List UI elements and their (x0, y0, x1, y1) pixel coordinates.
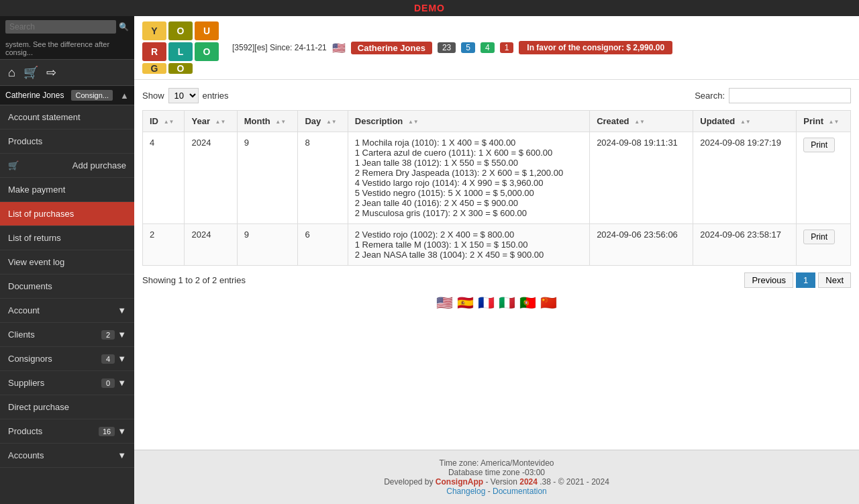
cell-description: 1 Mochila roja (1010): 1 X 400 = $ 400.0… (348, 132, 589, 224)
sort-year-icon: ▲▼ (215, 119, 226, 125)
next-button[interactable]: Next (818, 272, 851, 288)
consignor-msg: In favor of the consignor: $ 2,990.00 (519, 41, 672, 54)
sidebar-item-accounts[interactable]: Accounts ▼ (0, 444, 134, 468)
top-bar: DEMO (0, 0, 859, 16)
showing-text: Showing 1 to 2 of 2 entries (142, 275, 246, 285)
sidebar-item-consignors[interactable]: Consignors 4 ▼ (0, 347, 134, 371)
home-icon[interactable]: ⌂ (8, 66, 15, 80)
sidebar-item-clients[interactable]: Clients 2 ▼ (0, 323, 134, 347)
sidebar-item-make-payment[interactable]: Make payment (0, 178, 134, 202)
sidebar-icons: ⌂ 🛒 ⇨ (0, 60, 134, 86)
cell-day: 8 (298, 132, 348, 224)
col-day[interactable]: Day ▲▼ (298, 111, 348, 132)
badge-1: 1 (500, 42, 514, 53)
search-input[interactable] (5, 20, 116, 34)
sidebar-item-account[interactable]: Account ▼ (0, 299, 134, 323)
logo-cell-o3: O (168, 63, 193, 74)
suppliers-expand-icon: ▼ (117, 378, 126, 388)
sort-created-icon: ▲▼ (634, 119, 645, 125)
sidebar-item-list-purchases[interactable]: List of purchases (0, 202, 134, 226)
share-icon[interactable]: ⇨ (46, 65, 56, 80)
footer-developed: Developed by ConsignApp - Version 2024 .… (142, 477, 851, 487)
col-created[interactable]: Created ▲▼ (590, 111, 693, 132)
cell-month: 9 (237, 132, 298, 224)
table-search-input[interactable] (729, 88, 851, 103)
demo-title: DEMO (414, 3, 445, 13)
current-page: 1 (796, 272, 815, 288)
print-button[interactable]: Print (803, 230, 835, 244)
consignors-badge: 4 (101, 354, 115, 364)
flag-fr[interactable]: 🇫🇷 (478, 295, 495, 311)
prev-button[interactable]: Previous (744, 272, 793, 288)
entries-select[interactable]: 10 25 50 (168, 88, 199, 103)
sidebar-alert: system. See the difference after consig.… (0, 38, 134, 60)
logo-cell-o1: O (168, 21, 193, 40)
table-controls: Show 10 25 50 entries Search: (142, 88, 851, 103)
col-month[interactable]: Month ▲▼ (237, 111, 298, 132)
col-updated[interactable]: Updated ▲▼ (693, 111, 797, 132)
sidebar: 🔍 system. See the difference after consi… (0, 16, 134, 504)
table-row: 4 2024 9 8 1 Mochila roja (1010): 1 X 40… (143, 132, 851, 224)
logo-cell-r: R (142, 42, 166, 61)
pagination: Previous 1 Next (744, 272, 851, 288)
sidebar-item-list-returns[interactable]: List of returns (0, 226, 134, 250)
suppliers-badge: 0 (101, 379, 115, 388)
print-button[interactable]: Print (803, 138, 835, 152)
clients-expand-icon: ▼ (117, 330, 126, 340)
cell-updated: 2024-09-08 19:27:19 (693, 132, 797, 224)
logo-cell-l: L (168, 42, 193, 61)
entries-control: Show 10 25 50 entries (142, 88, 229, 103)
logo-cell-u: U (195, 21, 219, 40)
sidebar-item-account-statement[interactable]: Account statement (0, 105, 134, 130)
sidebar-item-view-event-log[interactable]: View event log (0, 250, 134, 274)
flag-pt[interactable]: 🇵🇹 (519, 295, 536, 311)
content-area: Show 10 25 50 entries Search: (134, 80, 859, 450)
sidebar-item-products2[interactable]: Products 16 ▼ (0, 419, 134, 444)
sort-id-icon: ▲▼ (164, 119, 174, 125)
footer-db-timezone: Database time zone -03:00 (142, 468, 851, 477)
badge-23: 23 (438, 42, 456, 53)
sort-desc-icon: ▲▼ (408, 119, 419, 125)
sidebar-item-direct-purchase[interactable]: Direct purchase (0, 395, 134, 419)
documentation-link[interactable]: Documentation (493, 487, 547, 496)
cell-print: Print (797, 224, 851, 266)
table-footer: Showing 1 to 2 of 2 entries Previous 1 N… (142, 272, 851, 288)
cell-print: Print (797, 132, 851, 224)
header-bar: Y O U R L O G O [3592][es] Since: 24-11-… (134, 16, 859, 80)
sidebar-item-suppliers[interactable]: Suppliers 0 ▼ (0, 371, 134, 395)
col-print[interactable]: Print ▲▼ (797, 111, 851, 132)
flag-es[interactable]: 🇪🇸 (457, 295, 474, 311)
search-label: Search: (695, 91, 725, 101)
cart-icon[interactable]: 🛒 (23, 65, 38, 80)
changelog-link[interactable]: Changelog (446, 487, 485, 496)
flag-cn[interactable]: 🇨🇳 (540, 295, 557, 311)
products2-expand-icon: ▼ (117, 426, 126, 436)
cell-created: 2024-09-08 19:11:31 (590, 132, 693, 224)
cell-year: 2024 (185, 224, 237, 266)
sidebar-item-products[interactable]: Products (0, 130, 134, 154)
consign-badge: Consign... (71, 90, 113, 101)
sort-day-icon: ▲▼ (326, 119, 337, 125)
badge-5: 5 (461, 42, 475, 53)
flag-it[interactable]: 🇮🇹 (499, 295, 515, 311)
cell-description: 2 Vestido rojo (1002): 2 X 400 = $ 800.0… (348, 224, 589, 266)
logo-cell-o2: O (195, 42, 219, 61)
page-footer: Time zone: America/Montevideo Database t… (134, 450, 859, 504)
sidebar-item-documents[interactable]: Documents (0, 274, 134, 299)
sidebar-item-add-purchase[interactable]: 🛒 Add purchase (0, 154, 134, 178)
cell-day: 6 (298, 224, 348, 266)
col-id[interactable]: ID ▲▼ (143, 111, 185, 132)
expand-icon: ▼ (117, 305, 126, 315)
footer-appname: ConsignApp (436, 477, 483, 487)
flag-us[interactable]: 🇺🇸 (436, 295, 453, 311)
flags-row: 🇺🇸 🇪🇸 🇫🇷 🇮🇹 🇵🇹 🇨🇳 (142, 295, 851, 311)
cell-created: 2024-09-06 23:56:06 (590, 224, 693, 266)
us-flag-icon: 🇺🇸 (332, 42, 346, 54)
user-header: Catherine Jones Consign... ▲ (0, 86, 134, 105)
sort-updated-icon: ▲▼ (740, 119, 751, 125)
logo: Y O U R L O G O (142, 21, 219, 74)
logo-cell-y: Y (142, 21, 166, 40)
col-year[interactable]: Year ▲▼ (185, 111, 237, 132)
col-description[interactable]: Description ▲▼ (348, 111, 589, 132)
header-username-badge: Catherine Jones (351, 42, 432, 54)
